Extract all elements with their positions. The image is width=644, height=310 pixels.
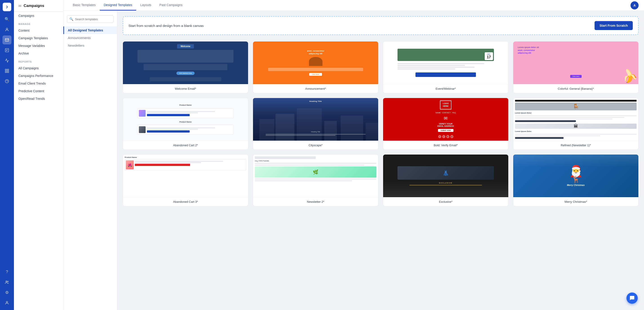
svg-point-8 xyxy=(6,281,7,282)
svg-point-10 xyxy=(6,301,8,303)
svg-point-9 xyxy=(8,281,8,282)
template-card-cart[interactable]: Product Name Product Name xyxy=(123,98,248,150)
nav-predictive-content-link[interactable]: Predictive Content xyxy=(14,87,63,95)
template-label-cart: Abandoned Cart 2* xyxy=(123,141,248,150)
nav-message-variables-link[interactable]: Message Variables xyxy=(14,42,63,50)
tab-layouts[interactable]: Layouts xyxy=(136,0,155,10)
svg-rect-6 xyxy=(8,71,9,73)
content-area: 🔍 All Designed Templates Announcements N… xyxy=(63,11,644,310)
template-label-cart2: Abandoned Cart 3* xyxy=(123,197,248,206)
template-card-newsletter[interactable]: 🪑 Lorem Ipsum Dolor 🏛 Lorem Ipsum Dolor xyxy=(513,98,638,150)
template-thumb-newsletter2: Hey FIRSTNAME, 🌿 xyxy=(253,155,378,197)
filter-all-templates[interactable]: All Designed Templates xyxy=(63,26,117,34)
nav-sidebar: ✉ Campaigns Campaigns MANAGE Content Cam… xyxy=(14,0,63,310)
filter-panel: 🔍 All Designed Templates Announcements N… xyxy=(63,11,117,310)
template-thumb-newsletter: 🪑 Lorem Ipsum Dolor 🏛 Lorem Ipsum Dolor xyxy=(513,98,638,141)
filter-newsletters[interactable]: Newsletters xyxy=(63,42,117,49)
svg-rect-2 xyxy=(6,49,9,52)
templates-area: Start from scratch and design from a bla… xyxy=(117,11,644,310)
template-thumb-banana: Lorem ipsum dolor sitamet, consecteturad… xyxy=(513,41,638,84)
template-card-cityscape[interactable]: Heading Title xyxy=(253,98,378,150)
template-thumb-verify: LOGOHERE NAME · CONTACT · FAQ ✉ VERIFY Y… xyxy=(383,98,508,141)
nav-campaign-templates-link[interactable]: Campaign Templates xyxy=(14,34,63,42)
scratch-banner: Start from scratch and design from a bla… xyxy=(123,16,638,35)
campaigns-nav-icon[interactable] xyxy=(2,35,12,44)
dashboard-nav-icon[interactable] xyxy=(2,77,12,86)
nav-campaigns-link[interactable]: Campaigns xyxy=(14,12,63,19)
profile-avatar[interactable]: A xyxy=(630,1,638,9)
template-label-banana: Colorful: General (Banana)* xyxy=(513,84,638,93)
integrations-nav-icon[interactable] xyxy=(2,66,12,75)
template-thumb-announcement: amet, consecteturadipiscing elit Click H… xyxy=(253,41,378,84)
nav-reports-label: REPORTS xyxy=(14,57,63,64)
scratch-banner-text: Start from scratch and design from a bla… xyxy=(128,24,204,28)
template-label-verify: Bold: Verify Email* xyxy=(383,141,508,150)
template-thumb-cityscape: Heading Title xyxy=(253,98,378,141)
template-label-newsletter2: Newsletter 2* xyxy=(253,197,378,206)
help-nav-icon[interactable]: ? xyxy=(2,267,12,276)
main-content: Basic Templates Designed Templates Layou… xyxy=(63,0,644,310)
template-thumb-welcome: Welcome Get started now xyxy=(123,41,248,84)
template-label-newsletter: Refined (Newsletter 1)* xyxy=(513,141,638,150)
template-thumb-cart: Product Name Product Name xyxy=(123,98,248,141)
nav-open-read-trends-link[interactable]: Open/Read Trends xyxy=(14,95,63,103)
nav-content-link[interactable]: Content xyxy=(14,27,63,34)
contacts-nav-icon[interactable] xyxy=(2,25,12,34)
template-thumb-event: JAN. 17 xyxy=(383,41,508,84)
svg-rect-5 xyxy=(6,71,7,73)
icon-rail: 🔍 ? ⚙ xyxy=(0,0,14,310)
template-label-announcement: Announcement* xyxy=(253,84,378,93)
svg-rect-3 xyxy=(6,69,7,71)
template-card-announcement[interactable]: amet, consecteturadipiscing elit Click H… xyxy=(253,41,378,93)
template-card-cart2[interactable]: Product Name 🌺 Abandoned Car xyxy=(123,154,248,206)
svg-point-0 xyxy=(6,28,8,30)
template-thumb-exclusive: 👗 EXCLUSIVE xyxy=(383,155,508,197)
nav-archive-link[interactable]: Archive xyxy=(14,50,63,57)
nav-campaigns-performance-link[interactable]: Campaigns Performance xyxy=(14,72,63,80)
expand-button[interactable] xyxy=(3,3,11,11)
tab-basic-templates[interactable]: Basic Templates xyxy=(69,0,100,10)
search-nav-icon[interactable]: 🔍 xyxy=(2,15,12,24)
template-label-cityscape: Cityscape* xyxy=(253,141,378,150)
filter-announcements[interactable]: Announcements xyxy=(63,34,117,42)
nav-manage-label: MANAGE xyxy=(14,19,63,27)
nav-email-client-trends-link[interactable]: Email Client Trends xyxy=(14,80,63,87)
search-box: 🔍 xyxy=(67,15,114,23)
team-nav-icon[interactable] xyxy=(2,278,12,287)
template-thumb-cart2: Product Name 🌺 xyxy=(123,155,248,197)
analytics-nav-icon[interactable] xyxy=(2,56,12,65)
reports-nav-icon[interactable] xyxy=(2,46,12,55)
start-from-scratch-button[interactable]: Start From Scratch xyxy=(594,21,633,30)
template-card-banana[interactable]: Lorem ipsum dolor sitamet, consecteturad… xyxy=(513,41,638,93)
template-label-welcome: Welcome Email* xyxy=(123,84,248,93)
template-card-newsletter2[interactable]: Hey FIRSTNAME, 🌿 Newsletter 2* xyxy=(253,154,378,206)
template-card-exclusive[interactable]: 👗 EXCLUSIVE Exclusive* xyxy=(383,154,508,206)
template-card-christmas[interactable]: 🎅 🦌 Merry Christmas Merry Christmas* xyxy=(513,154,638,206)
template-card-verify[interactable]: LOGOHERE NAME · CONTACT · FAQ ✉ VERIFY Y… xyxy=(383,98,508,150)
templates-grid: Welcome Get started now Welcome Email* a… xyxy=(123,41,638,206)
template-label-event: Event/Webinar* xyxy=(383,84,508,93)
settings-nav-icon[interactable]: ⚙ xyxy=(2,288,12,297)
top-tabs: Basic Templates Designed Templates Layou… xyxy=(63,0,644,11)
template-thumb-christmas: 🎅 🦌 Merry Christmas xyxy=(513,155,638,197)
template-label-christmas: Merry Christmas* xyxy=(513,197,638,206)
search-input[interactable] xyxy=(75,17,111,21)
template-label-exclusive: Exclusive* xyxy=(383,197,508,206)
nav-header-icon: ✉ xyxy=(18,4,21,8)
nav-header-title: Campaigns xyxy=(24,3,44,8)
tab-designed-templates[interactable]: Designed Templates xyxy=(100,0,136,10)
template-card-event[interactable]: JAN. 17 xyxy=(383,41,508,93)
profile-nav-icon[interactable] xyxy=(2,298,12,307)
search-icon: 🔍 xyxy=(70,17,73,21)
nav-header: ✉ Campaigns xyxy=(14,0,63,12)
chat-button[interactable] xyxy=(626,293,638,304)
nav-all-campaigns-link[interactable]: All Campaigns xyxy=(14,64,63,72)
template-card-welcome[interactable]: Welcome Get started now Welcome Email* xyxy=(123,41,248,93)
tab-past-campaigns[interactable]: Past Campaigns xyxy=(155,0,186,10)
svg-rect-4 xyxy=(8,69,9,71)
